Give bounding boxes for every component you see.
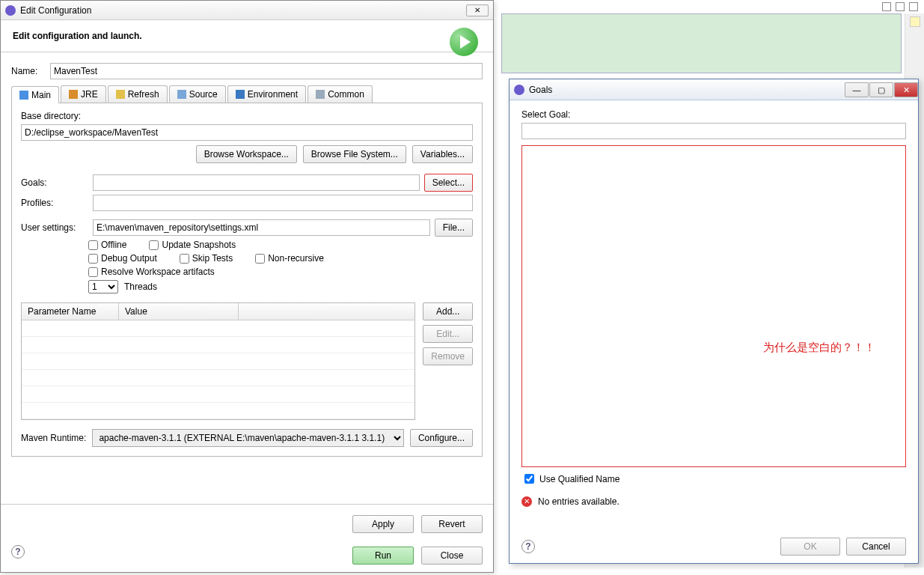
name-input[interactable] <box>50 63 483 79</box>
basedir-input[interactable] <box>21 124 473 141</box>
tab-source[interactable]: Source <box>169 85 226 103</box>
tab-label: JRE <box>81 89 98 100</box>
ide-btn[interactable] <box>909 2 918 11</box>
eclipse-icon <box>514 85 524 95</box>
environment-icon <box>236 90 245 99</box>
ide-btn[interactable] <box>896 2 905 11</box>
goals-dialog: Goals — ▢ ✕ Select Goal: 为什么是空白的？！！ Use … <box>509 79 919 564</box>
variables-button[interactable]: Variables... <box>412 145 473 163</box>
table-row[interactable] <box>22 370 414 386</box>
debug-output-checkbox[interactable]: Debug Output <box>88 253 157 264</box>
usersettings-input[interactable] <box>93 219 430 236</box>
parameters-table[interactable]: Parameter Name Value <box>21 302 415 420</box>
name-label: Name: <box>11 66 46 76</box>
tab-label: Environment <box>248 89 298 100</box>
goals-label: Goals: <box>21 177 88 188</box>
revert-button[interactable]: Revert <box>421 515 483 533</box>
banner-text: Edit configuration and launch. <box>13 31 142 41</box>
dialog-banner: Edit configuration and launch. <box>1 20 493 52</box>
col-parameter-name[interactable]: Parameter Name <box>22 303 119 320</box>
select-goal-label: Select Goal: <box>521 109 906 120</box>
basedir-label: Base directory: <box>21 111 473 121</box>
close-button[interactable]: Close <box>421 547 483 565</box>
table-row[interactable] <box>22 320 414 337</box>
run-icon <box>450 28 478 56</box>
file-button[interactable]: File... <box>435 219 473 237</box>
maven-runtime-label: Maven Runtime: <box>21 433 86 443</box>
resolve-workspace-checkbox[interactable]: Resolve Workspace artifacts <box>88 267 215 277</box>
table-row[interactable] <box>22 337 414 353</box>
maximize-button[interactable]: ▢ <box>869 82 893 97</box>
update-snapshots-checkbox[interactable]: Update Snapshots <box>149 240 236 250</box>
tab-main[interactable]: Main <box>11 86 59 103</box>
dialog-titlebar[interactable]: Edit Configuration ✕ <box>1 1 493 20</box>
usersettings-label: User settings: <box>21 222 88 233</box>
profiles-label: Profiles: <box>21 198 88 208</box>
use-qualified-name-label: Use Qualified Name <box>539 474 619 484</box>
edit-configuration-dialog: Edit Configuration ✕ Edit configuration … <box>0 0 494 573</box>
help-icon[interactable]: ? <box>521 540 535 553</box>
configure-button[interactable]: Configure... <box>410 429 473 447</box>
error-text: No entries available. <box>538 496 619 507</box>
minimize-button[interactable]: — <box>845 82 869 97</box>
ide-editor-area <box>501 13 902 73</box>
tab-label: Main <box>31 90 51 100</box>
browse-filesystem-button[interactable]: Browse File System... <box>303 145 406 163</box>
error-icon: ✕ <box>521 496 532 507</box>
tab-common[interactable]: Common <box>308 85 373 103</box>
source-icon <box>177 90 186 99</box>
col-spacer <box>239 303 414 320</box>
scrollbar-thumb[interactable] <box>910 16 920 27</box>
threads-select[interactable]: 1 <box>88 280 118 293</box>
ok-button[interactable]: OK <box>780 538 840 556</box>
browse-workspace-button[interactable]: Browse Workspace... <box>196 145 297 163</box>
non-recursive-checkbox[interactable]: Non-recursive <box>255 253 324 264</box>
goals-input[interactable] <box>93 174 420 191</box>
apply-button[interactable]: Apply <box>352 515 414 533</box>
tab-label: Common <box>328 89 364 100</box>
profiles-input[interactable] <box>93 195 473 211</box>
use-qualified-name-checkbox[interactable] <box>524 474 534 484</box>
select-goals-button[interactable]: Select... <box>424 174 473 192</box>
run-button[interactable]: Run <box>352 547 414 565</box>
cancel-button[interactable]: Cancel <box>846 538 906 556</box>
edit-button[interactable]: Edit... <box>423 325 473 343</box>
col-value[interactable]: Value <box>119 303 239 320</box>
tab-label: Refresh <box>128 89 159 100</box>
tab-environment[interactable]: Environment <box>227 85 306 103</box>
close-icon[interactable]: ✕ <box>466 4 489 16</box>
table-row[interactable] <box>22 403 414 419</box>
config-tabs: Main JRE Refresh Source Environment Comm… <box>11 85 483 103</box>
eclipse-icon <box>5 5 16 16</box>
goals-list[interactable]: 为什么是空白的？！！ <box>521 145 906 467</box>
goals-titlebar[interactable]: Goals — ▢ ✕ <box>510 79 918 100</box>
offline-checkbox[interactable]: Offline <box>88 240 126 250</box>
goals-title: Goals <box>529 85 552 95</box>
table-row[interactable] <box>22 353 414 370</box>
tab-label: Source <box>189 89 218 100</box>
annotation-text: 为什么是空白的？！！ <box>763 341 875 355</box>
threads-label: Threads <box>124 282 157 292</box>
skip-tests-checkbox[interactable]: Skip Tests <box>180 253 233 264</box>
tab-refresh[interactable]: Refresh <box>108 85 168 103</box>
maven-runtime-select[interactable]: apache-maven-3.1.1 (EXTERNAL E:\maven\ap… <box>92 429 404 447</box>
tab-jre[interactable]: JRE <box>61 85 106 103</box>
remove-button[interactable]: Remove <box>423 347 473 365</box>
close-button[interactable]: ✕ <box>894 82 918 97</box>
jre-icon <box>69 90 78 99</box>
table-row[interactable] <box>22 386 414 403</box>
help-icon[interactable]: ? <box>11 545 25 559</box>
common-icon <box>316 90 325 99</box>
refresh-icon <box>116 90 125 99</box>
select-goal-input[interactable] <box>521 123 906 139</box>
ide-toolbar <box>501 0 924 13</box>
main-tab-panel: Base directory: Browse Workspace... Brow… <box>11 103 483 457</box>
add-button[interactable]: Add... <box>423 302 473 320</box>
ide-btn[interactable] <box>882 2 891 11</box>
dialog-title: Edit Configuration <box>20 5 91 16</box>
main-icon <box>19 91 28 100</box>
